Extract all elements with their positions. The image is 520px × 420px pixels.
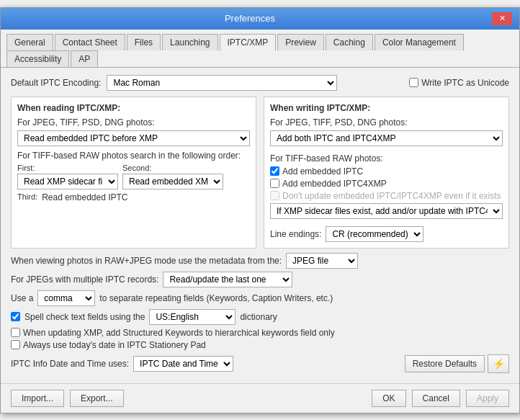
iptc-date-row: IPTC Info Date and Time uses: IPTC Date … — [11, 356, 233, 372]
add-iptc-row: Add embedded IPTC — [270, 166, 503, 177]
third-value: Read embedded IPTC — [42, 192, 127, 202]
preferences-dialog: Preferences ✕ General Contact Sheet File… — [0, 7, 520, 414]
line-endings-label: Line endings: — [270, 229, 321, 239]
lightning-button[interactable]: ⚡ — [488, 354, 509, 373]
unicode-check-group: Write IPTC as Unicode — [409, 78, 509, 88]
tab-ap[interactable]: AP — [71, 50, 98, 67]
ok-button[interactable]: OK — [372, 390, 405, 407]
structured-label: When updating XMP, add Structured Keywor… — [23, 328, 335, 338]
dont-update-checkbox[interactable] — [270, 191, 279, 200]
today-checkbox[interactable] — [11, 340, 20, 349]
left-buttons: Import... Export... — [11, 390, 124, 407]
writing-jpeg-label: For JPEG, TIFF, PSD, DNG photos: — [270, 117, 503, 128]
dont-update-label: Don't update embedded IPTC/IPTC4XMP even… — [282, 191, 501, 201]
dict-select[interactable]: US:English UK:English FR:French — [149, 309, 236, 325]
writing-panel: When writing IPTC/XMP: For JPEG, TIFF, P… — [264, 97, 509, 249]
tab-caching[interactable]: Caching — [326, 34, 373, 50]
import-button[interactable]: Import... — [11, 390, 64, 407]
jpegs-label: For JPEGs with multiple IPTC records: — [11, 274, 158, 285]
structured-row: When updating XMP, add Structured Keywor… — [11, 328, 509, 338]
dialog-title: Preferences — [8, 13, 492, 24]
line-endings-row: Line endings: CR (recommended) LF CRLF — [270, 226, 503, 242]
structured-checkbox[interactable] — [11, 328, 20, 337]
spell-check-row: Spell check text fields using the US:Eng… — [11, 309, 509, 325]
dictionary-label: dictionary — [240, 312, 277, 322]
add-iptc-label: Add embedded IPTC — [282, 166, 363, 177]
second-label: Second: — [122, 164, 223, 172]
viewing-select[interactable]: JPEG file RAW file — [286, 253, 358, 269]
add-iptc4xmp-row: Add embedded IPTC4XMP — [270, 179, 503, 189]
first-select[interactable]: Read XMP sidecar file Read embedded IPTC… — [17, 174, 118, 189]
two-col-panels: When reading IPTC/XMP: For JPEG, TIFF, P… — [11, 97, 509, 249]
iptc-date-restore-row: IPTC Info Date and Time uses: IPTC Date … — [11, 354, 509, 373]
right-buttons: OK Cancel Apply — [372, 390, 509, 407]
comma-row: Use a comma semicolon to separate repeat… — [11, 290, 509, 306]
separate-label: to separate repeating fields (Keywords, … — [99, 293, 333, 303]
writing-title: When writing IPTC/XMP: — [270, 103, 503, 113]
tab-content: Default IPTC Encoding: Mac Roman UTF-8 L… — [1, 68, 519, 380]
tab-general[interactable]: General — [6, 34, 53, 50]
reading-order-cols: First: Read XMP sidecar file Read embedd… — [17, 164, 250, 189]
add-iptc4xmp-checkbox[interactable] — [270, 179, 279, 188]
bottom-section: When viewing photos in RAW+JPEG mode use… — [11, 253, 509, 373]
tab-launching[interactable]: Launching — [162, 34, 218, 50]
writing-tiff-label: For TIFF-based RAW photos: — [270, 153, 503, 164]
second-col: Second: Read embedded XMP Read XMP sidec… — [122, 164, 223, 189]
reading-title: When reading IPTC/XMP: — [17, 103, 250, 113]
tab-files[interactable]: Files — [127, 34, 161, 50]
add-iptc-checkbox[interactable] — [270, 166, 279, 176]
use-a-label: Use a — [11, 293, 33, 303]
spell-check-checkbox[interactable] — [11, 312, 20, 321]
xmp-sidecar-select[interactable]: If XMP sidecar files exist, add and/or u… — [270, 203, 503, 219]
restore-defaults-button[interactable]: Restore Defaults — [405, 355, 485, 372]
reading-panel: When reading IPTC/XMP: For JPEG, TIFF, P… — [11, 97, 256, 249]
xmp-sidecar-row: If XMP sidecar files exist, add and/or u… — [270, 203, 503, 222]
tab-color-management[interactable]: Color Management — [375, 34, 464, 50]
today-row: Always use today's date in IPTC Statione… — [11, 340, 509, 350]
title-bar: Preferences ✕ — [1, 8, 519, 30]
tab-preview[interactable]: Preview — [277, 34, 324, 50]
tab-bar: General Contact Sheet Files Launching IP… — [1, 30, 519, 68]
viewing-row: When viewing photos in RAW+JPEG mode use… — [11, 253, 509, 269]
reading-jpeg-select[interactable]: Read embedded IPTC before XMP Read XMP f… — [17, 130, 250, 146]
dont-update-row: Don't update embedded IPTC/IPTC4XMP even… — [270, 191, 503, 201]
reading-jpeg-dropdown-row: Read embedded IPTC before XMP Read XMP f… — [17, 130, 250, 146]
export-button[interactable]: Export... — [70, 390, 124, 407]
viewing-label: When viewing photos in RAW+JPEG mode use… — [11, 256, 282, 266]
iptc-date-label: IPTC Info Date and Time uses: — [11, 359, 129, 369]
reading-jpeg-label: For JPEG, TIFF, PSD, DNG photos: — [17, 117, 250, 128]
unicode-label: Write IPTC as Unicode — [421, 78, 509, 88]
restore-group: Restore Defaults ⚡ — [405, 354, 509, 373]
encoding-row: Default IPTC Encoding: Mac Roman UTF-8 L… — [11, 75, 509, 91]
line-endings-select[interactable]: CR (recommended) LF CRLF — [326, 226, 423, 242]
third-row: Third: Read embedded IPTC — [17, 192, 250, 202]
jpegs-row: For JPEGs with multiple IPTC records: Re… — [11, 272, 509, 287]
encoding-select[interactable]: Mac Roman UTF-8 Latin-1 — [107, 75, 337, 91]
first-label: First: — [17, 164, 118, 172]
tab-iptc-xmp[interactable]: IPTC/XMP — [220, 34, 277, 51]
apply-button[interactable]: Apply — [466, 390, 509, 407]
today-label: Always use today's date in IPTC Statione… — [23, 340, 206, 350]
spell-check-label: Spell check text fields using the — [24, 312, 145, 322]
encoding-label: Default IPTC Encoding: — [11, 78, 101, 88]
tab-contact-sheet[interactable]: Contact Sheet — [55, 34, 125, 50]
writing-jpeg-dropdown-row: Add both IPTC and IPTC4XMP Write IPTC on… — [270, 130, 503, 149]
tab-accessibility[interactable]: Accessibility — [6, 50, 69, 67]
writing-tiff-section: For TIFF-based RAW photos: Add embedded … — [270, 153, 503, 242]
reading-tiff-section: For TIFF-based RAW photos search in the … — [17, 151, 250, 202]
first-col: First: Read XMP sidecar file Read embedd… — [17, 164, 118, 189]
dialog-buttons: Import... Export... OK Cancel Apply — [1, 383, 519, 413]
iptc-date-select[interactable]: IPTC Date and Time XMP Date and Time — [133, 356, 233, 372]
jpegs-select[interactable]: Read/update the last one Read/update the… — [163, 272, 292, 287]
second-select[interactable]: Read embedded XMP Read XMP sidecar file … — [122, 174, 223, 189]
writing-jpeg-select[interactable]: Add both IPTC and IPTC4XMP Write IPTC on… — [270, 130, 503, 146]
unicode-checkbox[interactable] — [409, 78, 418, 87]
cancel-button[interactable]: Cancel — [412, 390, 460, 407]
add-iptc4xmp-label: Add embedded IPTC4XMP — [282, 179, 387, 189]
close-button[interactable]: ✕ — [492, 12, 512, 25]
reading-tiff-label: For TIFF-based RAW photos search in the … — [17, 151, 250, 161]
third-label: Third: — [17, 192, 37, 201]
comma-select[interactable]: comma semicolon — [37, 290, 95, 306]
